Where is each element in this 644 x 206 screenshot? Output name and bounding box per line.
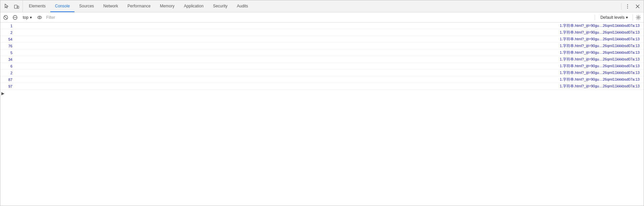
tab-audits[interactable]: Audits: [232, 0, 253, 12]
table-row: 87 1.字符串.html?_ijt=90gu…26qml11kkkbsd07a…: [0, 76, 644, 83]
tab-performance[interactable]: Performance: [123, 0, 155, 12]
close-icon: [635, 4, 640, 9]
devtools-tabs-toolbar: Elements Console Sources Network Perform…: [0, 0, 644, 12]
table-row: 5 1.字符串.html?_ijt=90gu…26qml11kkkbsd07a:…: [0, 49, 644, 56]
table-row: 2 1.字符串.html?_ijt=90gu…26qml11kkkbsd07a:…: [0, 70, 644, 76]
tab-sources[interactable]: Sources: [74, 0, 99, 12]
console-source-4[interactable]: 1.字符串.html?_ijt=90gu…26qml11kkkbsd07a:13: [560, 50, 644, 55]
table-row: 34 1.字符串.html?_ijt=90gu…26qml11kkkbsd07a…: [0, 56, 644, 63]
settings-divider: [633, 14, 633, 21]
filter-input[interactable]: [45, 14, 592, 20]
console-source-9[interactable]: 1.字符串.html?_ijt=90gu…26qml11kkkbsd07a:13: [560, 84, 644, 89]
tab-security[interactable]: Security: [208, 0, 232, 12]
eye-icon: [37, 15, 42, 20]
toolbar-divider: [621, 3, 622, 10]
chevron-down-icon: ▾: [30, 15, 32, 20]
context-selector[interactable]: top ▾: [20, 14, 34, 21]
filter-icon: [12, 15, 18, 20]
no-entry-btn[interactable]: [11, 13, 19, 22]
line-number-0: 1: [5, 24, 15, 28]
line-number-1: 2: [5, 31, 15, 35]
inspect-icon-btn[interactable]: [2, 2, 11, 11]
svg-line-8: [4, 16, 7, 19]
svg-rect-0: [14, 5, 17, 8]
svg-point-2: [627, 4, 628, 5]
svg-point-11: [38, 16, 42, 19]
console-content: 1 1.字符串.html?_ijt=90gu…26qml11kkkbsd07a:…: [0, 23, 644, 206]
svg-point-4: [627, 7, 628, 8]
line-number-4: 5: [5, 51, 15, 55]
device-icon: [14, 4, 19, 9]
line-number-6: 6: [5, 64, 15, 68]
clear-console-btn[interactable]: [2, 13, 10, 22]
line-number-8: 87: [5, 78, 15, 82]
svg-point-13: [638, 16, 639, 18]
inspect-icon: [4, 4, 9, 9]
line-number-2: 54: [5, 37, 15, 41]
toolbar-right-icons: [619, 2, 642, 11]
console-toolbar: top ▾ Default levels ▾: [0, 12, 644, 23]
svg-point-12: [39, 17, 40, 18]
levels-chevron-icon: ▾: [626, 15, 628, 20]
clear-icon: [3, 15, 8, 20]
tab-elements[interactable]: Elements: [24, 0, 50, 12]
console-source-1[interactable]: 1.字符串.html?_ijt=90gu…26qml11kkkbsd07a:13: [560, 30, 644, 35]
console-prompt-row: ▶: [0, 90, 644, 97]
prompt-arrow-icon: ▶: [0, 91, 5, 96]
console-prompt-input[interactable]: [5, 90, 644, 96]
table-row: 97 1.字符串.html?_ijt=90gu…26qml11kkkbsd07a…: [0, 83, 644, 90]
levels-selector[interactable]: Default levels ▾: [598, 14, 631, 20]
more-options-btn[interactable]: [623, 2, 632, 11]
more-vert-icon: [625, 4, 630, 9]
svg-point-3: [627, 6, 628, 6]
tab-application[interactable]: Application: [179, 0, 208, 12]
line-number-5: 34: [5, 57, 15, 61]
close-devtools-btn[interactable]: [633, 2, 642, 11]
table-row: 76 1.字符串.html?_ijt=90gu…26qml11kkkbsd07a…: [0, 43, 644, 49]
filter-divider: [595, 15, 595, 20]
right-settings: [632, 13, 642, 22]
console-source-7[interactable]: 1.字符串.html?_ijt=90gu…26qml11kkkbsd07a:13: [560, 70, 644, 75]
table-row: 1 1.字符串.html?_ijt=90gu…26qml11kkkbsd07a:…: [0, 23, 644, 29]
tab-network[interactable]: Network: [99, 0, 123, 12]
console-source-3[interactable]: 1.字符串.html?_ijt=90gu…26qml11kkkbsd07a:13: [560, 43, 644, 48]
console-settings-btn[interactable]: [634, 13, 642, 22]
console-source-5[interactable]: 1.字符串.html?_ijt=90gu…26qml11kkkbsd07a:13: [560, 57, 644, 62]
console-source-8[interactable]: 1.字符串.html?_ijt=90gu…26qml11kkkbsd07a:13: [560, 77, 644, 82]
tab-memory[interactable]: Memory: [155, 0, 179, 12]
settings-icon: [636, 15, 641, 20]
console-source-2[interactable]: 1.字符串.html?_ijt=90gu…26qml11kkkbsd07a:13: [560, 37, 644, 42]
eye-btn[interactable]: [36, 13, 44, 22]
tabs-list: Elements Console Sources Network Perform…: [23, 0, 619, 12]
console-source-0[interactable]: 1.字符串.html?_ijt=90gu…26qml11kkkbsd07a:13: [560, 23, 644, 28]
toolbar-left-icons: [2, 0, 23, 12]
table-row: 2 1.字符串.html?_ijt=90gu…26qml11kkkbsd07a:…: [0, 29, 644, 36]
line-number-9: 97: [5, 84, 15, 88]
table-row: 54 1.字符串.html?_ijt=90gu…26qml11kkkbsd07a…: [0, 36, 644, 43]
svg-rect-1: [17, 6, 19, 8]
line-number-7: 2: [5, 71, 15, 75]
devtools-window: Elements Console Sources Network Perform…: [0, 0, 644, 206]
console-source-6[interactable]: 1.字符串.html?_ijt=90gu…26qml11kkkbsd07a:13: [560, 64, 644, 69]
line-number-3: 76: [5, 44, 15, 48]
tab-console[interactable]: Console: [50, 0, 74, 12]
table-row: 6 1.字符串.html?_ijt=90gu…26qml11kkkbsd07a:…: [0, 63, 644, 70]
device-toggle-btn[interactable]: [12, 2, 21, 11]
